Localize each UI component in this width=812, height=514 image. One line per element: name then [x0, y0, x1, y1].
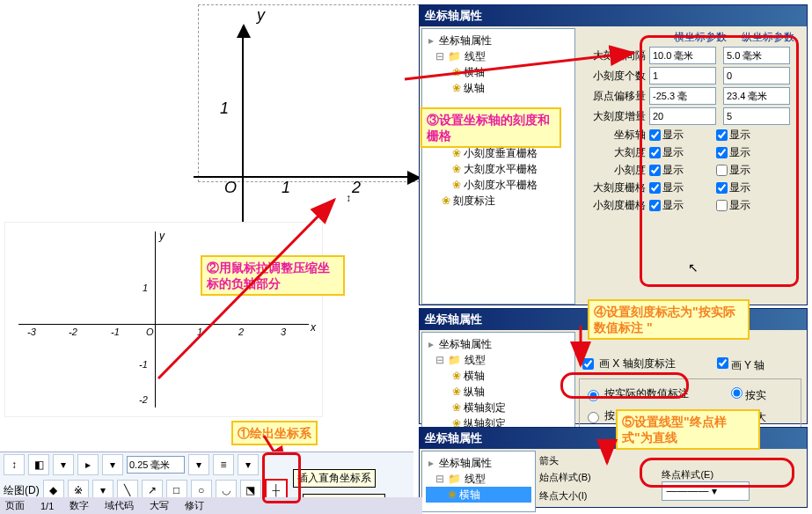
tb-btn-4[interactable]: ▸ — [77, 454, 99, 475]
hint-4: ④设置刻度标志为"按实际数值标注 " — [588, 299, 750, 340]
hint-1: ①绘出坐标系 — [231, 421, 318, 445]
label-by-value-radio[interactable] — [588, 390, 599, 401]
bottom-toolbar: ↕ ◧ ▾ ▸ ▾ ▾ ≡ ▾ 绘图(D) ◆ ※ ▾ ╲ ↗ □ ○ ◡ ⬔ … — [0, 452, 413, 514]
show-major-x[interactable] — [649, 147, 661, 158]
show-major-grid-y[interactable] — [716, 182, 728, 194]
origin-label: O — [224, 179, 237, 197]
show-axis-x[interactable] — [649, 129, 661, 141]
draw-y-labels-cb[interactable] — [717, 357, 728, 369]
show-minor-x[interactable] — [649, 165, 661, 176]
status-page: 页面 — [5, 499, 25, 512]
major-interval-x[interactable] — [649, 47, 716, 64]
hint-5: ⑤设置线型"终点样式"为直线 — [616, 409, 760, 450]
major-increment-y[interactable] — [723, 107, 790, 125]
label-by-count-radio[interactable] — [588, 412, 599, 423]
hint-2: ②用鼠标拉调整压缩坐标的负轴部分 — [201, 255, 345, 296]
property-tree-2[interactable]: ▸ 坐标轴属性 ⊟ 📁 线型 ❀ 横轴 ❀ 纵轴 ❀ 横轴刻定 ❀ 纵轴刻定 — [421, 332, 575, 429]
hint-3: ③设置坐标轴的刻度和栅格 — [421, 107, 561, 148]
major-increment-x[interactable] — [649, 107, 716, 125]
draw-x-labels-cb[interactable] — [582, 358, 594, 370]
minor-count-x[interactable] — [649, 67, 716, 84]
show-major-y[interactable] — [716, 147, 728, 158]
tb-btn-8[interactable]: ▾ — [238, 454, 259, 475]
status-caps: 大写 — [150, 499, 169, 512]
tb-btn-6[interactable]: ▾ — [188, 454, 209, 475]
tick-x2: 2 — [352, 179, 361, 197]
tb-btn-7[interactable]: ≡ — [213, 454, 234, 475]
axis-form: 横坐标参数纵坐标参数 大刻度间隔 小刻度个数 原点偏移量 大刻度增量 坐标轴显示… — [575, 28, 805, 305]
end-style-dropdown[interactable]: ———— ▾ — [662, 481, 750, 501]
tooltip-1: 插入直角坐标系 — [293, 469, 376, 488]
status-pagenum: 1/1 — [40, 501, 54, 511]
cursor-icon: ↖ — [688, 261, 699, 275]
small-preview-graph: y x O -3 -2 -1 1 2 3 1 -1 -2 — [4, 222, 323, 417]
tb-btn-3[interactable]: ▾ — [53, 454, 74, 475]
panel-title-1: 坐标轴属性 — [420, 5, 807, 26]
header-y: 纵坐标参数 — [734, 30, 801, 45]
tb-btn-2[interactable]: ◧ — [28, 454, 49, 475]
header-x: 横坐标参数 — [667, 30, 735, 45]
draw-menu[interactable]: 绘图(D) — [4, 483, 40, 498]
status-rev: 修订 — [185, 499, 204, 512]
major-interval-y[interactable] — [723, 47, 790, 64]
show-major-grid-x[interactable] — [649, 182, 661, 194]
tick-x1: 1 — [282, 179, 290, 197]
y-axis-label: y — [257, 6, 265, 25]
show-minor-grid-y[interactable] — [716, 200, 728, 211]
property-tree-3[interactable]: ▸ 坐标轴属性 ⊟ 📁 线型 ❀ 横轴 — [421, 451, 536, 512]
origin-offset-y[interactable] — [723, 87, 790, 105]
show-minor-y[interactable] — [716, 165, 728, 176]
show-minor-grid-x[interactable] — [649, 200, 661, 211]
tick-y1: 1 — [220, 99, 229, 118]
tb-btn-1[interactable]: ↕ — [4, 454, 25, 475]
minor-count-y[interactable] — [723, 67, 790, 84]
label-by-value-radio-2[interactable] — [731, 387, 743, 399]
status-field: 域代码 — [105, 499, 134, 512]
origin-offset-x[interactable] — [649, 87, 716, 105]
axis-properties-panel-1: 坐标轴属性 ▸ 坐标轴属性 ⊟ 📁 线型 ❀ 横轴 ❀ 纵轴 ❀ 小刻度垂直栅格… — [419, 4, 808, 305]
spin-value[interactable] — [127, 456, 185, 474]
tb-btn-5[interactable]: ▾ — [102, 454, 123, 475]
property-tree-1[interactable]: ▸ 坐标轴属性 ⊟ 📁 线型 ❀ 横轴 ❀ 纵轴 ❀ 小刻度垂直栅格 ❀ 大刻度… — [421, 28, 575, 305]
show-axis-y[interactable] — [716, 129, 728, 141]
status-num: 数字 — [69, 499, 89, 512]
